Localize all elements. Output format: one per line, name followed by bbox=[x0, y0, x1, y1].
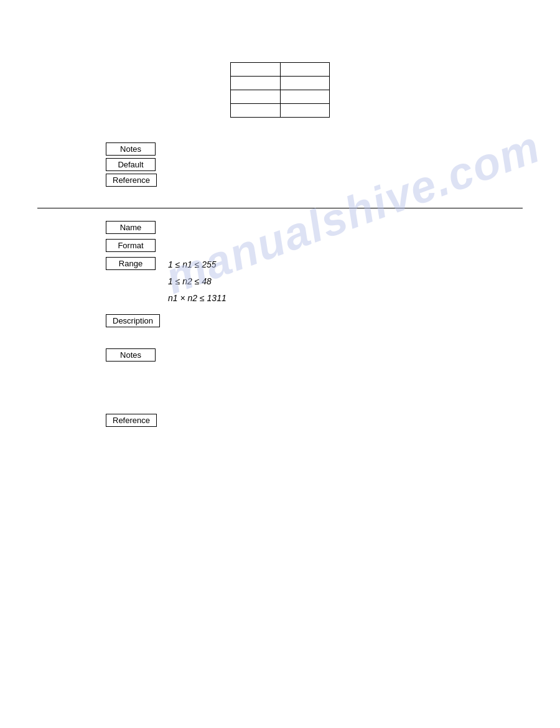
range-label: Range bbox=[106, 257, 156, 270]
table-cell bbox=[231, 90, 281, 104]
default-label: Default bbox=[106, 158, 156, 171]
table-cell bbox=[231, 77, 281, 90]
table-row bbox=[231, 77, 330, 90]
range-line-3: n1 × n2 ≤ 1311 bbox=[168, 291, 226, 306]
table-cell bbox=[280, 90, 330, 104]
table-row bbox=[231, 104, 330, 118]
second-notes-section: Notes bbox=[106, 348, 523, 364]
range-row: Range 1 ≤ n1 ≤ 255 1 ≤ n2 ≤ 48 n1 × n2 ≤… bbox=[106, 257, 523, 308]
table-cell bbox=[280, 104, 330, 118]
table-row bbox=[231, 90, 330, 104]
name-label: Name bbox=[106, 221, 156, 234]
format-label: Format bbox=[106, 239, 156, 252]
table-cell bbox=[231, 104, 281, 118]
range-values: 1 ≤ n1 ≤ 255 1 ≤ n2 ≤ 48 n1 × n2 ≤ 1311 bbox=[168, 257, 226, 308]
reference-label-second: Reference bbox=[106, 414, 157, 427]
notes-label-first: Notes bbox=[106, 142, 156, 156]
notes-label-second: Notes bbox=[106, 348, 156, 362]
table-cell bbox=[280, 77, 330, 90]
page-content: manualshive.com bbox=[0, 0, 560, 728]
table-cell bbox=[280, 63, 330, 77]
table-cell bbox=[231, 63, 281, 77]
top-table bbox=[230, 62, 330, 118]
range-line-1: 1 ≤ n1 ≤ 255 bbox=[168, 257, 226, 273]
second-reference-section: Reference bbox=[106, 414, 523, 429]
top-table-section bbox=[37, 62, 523, 118]
range-line-2: 1 ≤ n2 ≤ 48 bbox=[168, 274, 226, 289]
format-row: Format bbox=[106, 239, 523, 254]
second-section: Name Format Range 1 ≤ n1 ≤ 255 1 ≤ n2 ≤ … bbox=[106, 221, 523, 330]
description-label: Description bbox=[106, 314, 160, 327]
section-divider bbox=[37, 208, 523, 208]
reference-label-first: Reference bbox=[106, 174, 157, 187]
first-labels-section: Notes Default Reference bbox=[106, 142, 523, 189]
name-row: Name bbox=[106, 221, 523, 236]
description-row: Description bbox=[106, 314, 523, 330]
table-row bbox=[231, 63, 330, 77]
